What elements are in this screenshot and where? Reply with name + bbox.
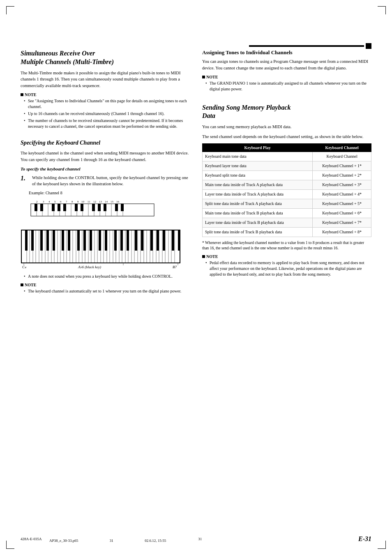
section2-note: NOTE The keyboard channel is automatical… — [21, 283, 190, 294]
footer-left: 428A-E-035A — [21, 537, 42, 541]
step-text: While holding down the CONTROL button, s… — [32, 175, 190, 188]
svg-rect-107 — [120, 230, 123, 251]
big-keyboard-svg: /* generated below */ — [21, 229, 181, 270]
svg-rect-35 — [58, 204, 60, 211]
main-content: Simultaneous Receive Over Multiple Chann… — [21, 49, 371, 297]
svg-rect-103 — [90, 230, 92, 251]
table-cell-channel: Keyboard Channel + 7* — [313, 218, 371, 227]
svg-rect-100 — [68, 230, 70, 251]
svg-rect-32 — [35, 204, 37, 211]
corner-mark-tr — [378, 6, 386, 14]
section1-title: Simultaneous Receive Over Multiple Chann… — [21, 49, 190, 67]
section3-title: Assigning Tones to Individual Channels — [202, 49, 371, 56]
svg-rect-109 — [135, 230, 137, 251]
svg-text:5: 5 — [54, 200, 56, 203]
svg-rect-95 — [31, 230, 34, 251]
table-row: Split tone data inside of Track B playba… — [203, 227, 371, 237]
top-bar-square — [366, 43, 371, 49]
table-row: Keyboard main tone dataKeyboard Channel — [203, 152, 371, 161]
svg-text:2: 2 — [36, 200, 38, 203]
section4-note: NOTE Pedal effect data recorded to memor… — [202, 254, 371, 277]
table-cell-play: Split tone data inside of Track B playba… — [203, 227, 313, 237]
svg-text:13: 13 — [99, 200, 102, 203]
table-row: Keyboard split tone dataKeyboard Channel… — [203, 170, 371, 180]
svg-text:C₄: C₄ — [22, 265, 26, 269]
note-icon4 — [202, 255, 205, 258]
piano-illustration: 2 3 4 5 6 7 8 9 10 11 12 13 14 15 16 — [29, 198, 160, 270]
svg-rect-115 — [178, 230, 180, 251]
table-cell-play: Main tone data inside of Track B playbac… — [203, 208, 313, 218]
svg-rect-101 — [77, 230, 80, 251]
svg-text:12: 12 — [93, 200, 97, 203]
section4-body1: You can send song memory playback as MID… — [202, 124, 371, 130]
section2-title: Specifying the Keyboard Channel — [21, 139, 190, 147]
svg-rect-114 — [172, 230, 174, 251]
bullet-note-control: A note does not sound when you press a k… — [21, 274, 190, 279]
svg-rect-36 — [63, 204, 66, 211]
svg-rect-102 — [83, 230, 86, 251]
section3-notes: The GRAND PIANO 1 tone is automatically … — [202, 81, 371, 92]
small-keyboard-svg: 2 3 4 5 6 7 8 9 10 11 12 13 14 15 16 — [29, 198, 156, 229]
note-header2: NOTE — [21, 283, 190, 287]
table-cell-play: Layer tone data inside of Track A playba… — [203, 189, 313, 199]
svg-rect-111 — [150, 230, 153, 251]
table-cell-play: Keyboard layer tone data — [203, 161, 313, 170]
substep-title: To specify the keyboard channel — [21, 166, 190, 171]
svg-rect-41 — [104, 204, 106, 211]
table-cell-channel: Keyboard Channel + 3* — [313, 180, 371, 189]
svg-rect-33 — [40, 204, 43, 211]
table-footnote: * Whenever adding the keyboard channel n… — [202, 240, 371, 251]
table-cell-play: Main tone data inside of Track A playbac… — [203, 180, 313, 189]
note-item: The number of channels to be received si… — [24, 118, 190, 129]
svg-rect-108 — [127, 230, 129, 251]
note-item: The keyboard channel is automatically se… — [24, 288, 190, 294]
svg-rect-104 — [99, 230, 101, 251]
svg-text:10: 10 — [81, 200, 85, 203]
table-row: Main tone data inside of Track A playbac… — [203, 180, 371, 189]
svg-text:7: 7 — [66, 200, 67, 203]
svg-rect-40 — [98, 204, 101, 211]
table-cell-play: Keyboard main tone data — [203, 152, 313, 161]
svg-rect-37 — [75, 204, 78, 211]
step1: 1. While holding down the CONTROL button… — [21, 175, 190, 188]
table-col1-header: Keyboard Play — [203, 143, 313, 152]
step-number: 1. — [21, 175, 29, 188]
svg-rect-112 — [157, 230, 159, 251]
svg-rect-43 — [121, 204, 124, 211]
table-col2-header: Keyboard Channel — [313, 143, 371, 152]
section3-body: You can assign tones to channels using a… — [202, 58, 371, 71]
left-column: Simultaneous Receive Over Multiple Chann… — [21, 49, 190, 297]
table-row: Main tone data inside of Track B playbac… — [203, 208, 371, 218]
note-icon3 — [202, 76, 205, 78]
note-icon2 — [21, 283, 23, 286]
note-header: NOTE — [21, 92, 190, 97]
note-item: See "Assigning Tones to Individual Chann… — [24, 98, 190, 110]
table-cell-channel: Keyboard Channel + 8* — [313, 227, 371, 237]
svg-rect-42 — [115, 204, 118, 211]
svg-text:14: 14 — [105, 200, 108, 203]
table-cell-play: Keyboard split tone data — [203, 170, 313, 180]
table-cell-channel: Keyboard Channel — [313, 152, 371, 161]
svg-text:B7: B7 — [173, 265, 177, 269]
svg-text:11: 11 — [88, 200, 90, 203]
section3-note: NOTE The GRAND PIANO 1 tone is automatic… — [202, 75, 371, 92]
table-cell-play: Split tone data inside of Track A playba… — [203, 199, 313, 208]
note-header4: NOTE — [202, 254, 371, 259]
table-cell-channel: Keyboard Channel + 5* — [313, 199, 371, 208]
svg-rect-94 — [25, 230, 28, 251]
table-cell-channel: Keyboard Channel + 2* — [313, 170, 371, 180]
svg-text:4: 4 — [48, 200, 50, 203]
svg-rect-110 — [141, 230, 143, 251]
section4-title: Sending Song Memory Playback Data — [202, 104, 371, 121]
svg-rect-97 — [46, 230, 49, 251]
svg-text:A♭6 (black key): A♭6 (black key) — [78, 265, 101, 269]
svg-text:6: 6 — [60, 200, 62, 203]
note-header3: NOTE — [202, 75, 371, 79]
svg-rect-105 — [105, 230, 107, 251]
footer-center: 31 — [198, 537, 202, 541]
svg-text:9: 9 — [77, 200, 79, 203]
corner-mark-tl — [6, 6, 14, 14]
doc-code: 428A-E-035A — [21, 537, 42, 541]
example-label: Example: Channel 8 — [29, 191, 190, 195]
svg-text:15: 15 — [111, 200, 114, 203]
